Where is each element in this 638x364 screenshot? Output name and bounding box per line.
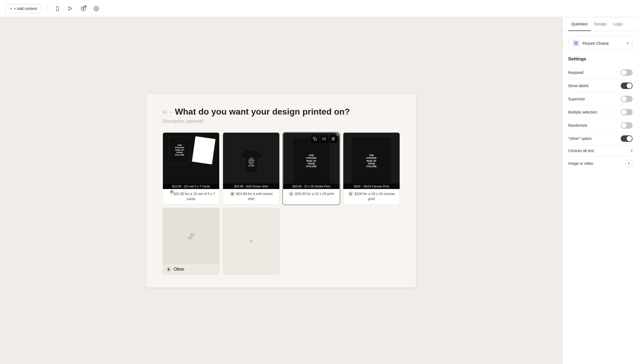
other-label-row: E Other [163,265,219,274]
svg-rect-23 [576,42,578,43]
duplicate-icon [313,137,317,141]
question-description[interactable]: Description (optional) [163,119,400,124]
print-d-art: THESTRONGRISE UPFROMFAILURE [343,133,400,189]
picture-choice-icon [572,39,580,47]
choice-e-badge: E [166,267,171,272]
svg-text:FROM: FROM [249,163,253,165]
choice-c-image-label: $35.00 - 22 x 28 Giclée Print [283,184,339,189]
choice-b-text: B$24.99 for a soft unisex shirt [223,189,279,204]
randomize-toggle-knob [621,123,627,128]
tab-design[interactable]: Design [591,17,610,31]
choices-alt-text-chevron: ▾ [631,149,633,153]
tab-question[interactable]: Question [568,17,591,31]
setting-required: Required [568,66,633,79]
edit-action-button[interactable] [320,135,328,143]
question-type-label: Picture Choice [582,41,609,46]
toolbar: + + Add content [0,0,638,17]
svg-point-6 [96,8,97,9]
choice-b-image: THE STRONG RISE UP FROM FAILURE $24.99 -… [223,133,279,189]
svg-rect-22 [574,42,576,43]
question-card: 11 → What do you want your design printe… [146,94,416,287]
other-image-area: 🖇 [163,208,219,265]
randomize-label: Randomize [568,123,587,128]
choice-e-other[interactable]: 🖇 E Other [163,208,219,274]
card-art: THESTRONGRISE UPFROMFAILURE [163,133,219,189]
choices-grid: THESTRONGRISE UPFROMFAILURE $22.00 - (10… [163,132,400,274]
paperclip-icon: 🖇 [187,231,195,241]
settings-title: Settings [568,56,633,62]
panel-tabs: Question Design Logic [563,17,638,31]
choice-actions [311,135,337,143]
choice-d-image: THESTRONGRISE UPFROMFAILURE $100 - 18x24… [343,133,400,189]
play-icon [68,6,73,11]
trash-icon [331,137,335,141]
choice-b[interactable]: THE STRONG RISE UP FROM FAILURE $24.99 -… [223,132,280,204]
choice-a-image-label: $22.00 - (10 set) 5 x 7 Cards [163,184,219,189]
choices-alt-text-label: Choices alt text [568,149,594,153]
svg-rect-0 [56,6,59,11]
multiple-selection-toggle[interactable] [621,109,633,115]
supersize-toggle-knob [621,96,627,102]
tab-logic[interactable]: Logic [610,17,626,31]
mobile-icon [55,6,60,11]
canvas-area: 11 → What do you want your design printe… [0,17,562,364]
multiple-selection-toggle-knob [621,109,627,115]
duplicate-action-button[interactable] [311,135,319,143]
question-title[interactable]: What do you want your design printed on? [175,107,350,117]
svg-point-4 [83,7,84,8]
required-toggle[interactable] [621,69,633,76]
question-number: 11 [163,110,167,114]
add-choice-card[interactable]: + [223,208,280,274]
choice-c[interactable]: ✕ [283,132,340,204]
show-labels-toggle[interactable] [621,83,633,89]
mobile-view-button[interactable] [53,4,62,13]
show-labels-toggle-knob [627,83,632,88]
setting-randomize: Randomize [568,119,633,132]
accessibility-button[interactable] [78,4,88,13]
add-content-button[interactable]: + + Add content [5,4,42,13]
other-option-toggle[interactable] [621,135,633,142]
setting-supersize: Supersize [568,92,633,106]
svg-text:FAILURE: FAILURE [248,165,254,166]
svg-marker-2 [69,6,72,11]
add-card-inner: + [223,217,279,265]
question-arrow: → [169,110,173,114]
supersize-label: Supersize [568,97,585,101]
notification-dot [84,5,87,8]
setting-multiple-selection: Multiple selection [568,106,633,119]
question-type-dropdown[interactable]: Picture Choice ▾ [568,36,633,50]
add-plus-icon: + [249,237,253,245]
choice-a-text: A$22.00 for a 10 set of 5 x 7 cards [163,189,219,204]
required-toggle-knob [621,70,627,75]
settings-button[interactable] [91,4,101,13]
randomize-toggle[interactable] [621,122,633,129]
setting-show-labels: Show labels [568,79,633,92]
supersize-toggle[interactable] [621,96,633,102]
other-label: Other [174,267,184,272]
gear-icon [94,6,99,11]
choice-d-text: D$100 for a 18 x 24 canvas print [343,189,400,204]
required-label: Required [568,70,584,75]
play-button[interactable] [66,4,75,13]
setting-choices-alt-text[interactable]: Choices alt text ▾ [568,145,633,156]
add-image-video-button[interactable]: + [625,160,633,167]
choice-b-image-label: $24.99 - Soft Unisex Shirt [223,184,279,189]
question-number-row: 11 → What do you want your design printe… [163,107,400,117]
delete-action-button[interactable] [329,135,337,143]
choice-c-badge: C [289,191,294,197]
svg-rect-12 [314,139,317,141]
multiple-selection-label: Multiple selection [568,110,597,114]
choice-a[interactable]: THESTRONGRISE UPFROMFAILURE $22.00 - (10… [163,132,219,204]
choice-a-image: THESTRONGRISE UPFROMFAILURE $22.00 - (10… [163,133,219,189]
setting-other-option: "Other" option [568,132,633,145]
choice-b-badge: B [230,191,235,197]
toolbar-divider [47,5,47,13]
other-option-label: "Other" option [568,136,592,141]
svg-text:RISE UP: RISE UP [248,161,254,163]
right-panel: Question Design Logic Picture Choic [562,17,638,364]
panel-content: Picture Choice ▾ Settings Required Show … [563,31,638,364]
choice-d-badge: D [348,191,354,197]
other-option-toggle-knob [627,136,632,141]
main-layout: 11 → What do you want your design printe… [0,17,638,364]
choice-d[interactable]: THESTRONGRISE UPFROMFAILURE $100 - 18x24… [343,132,400,204]
